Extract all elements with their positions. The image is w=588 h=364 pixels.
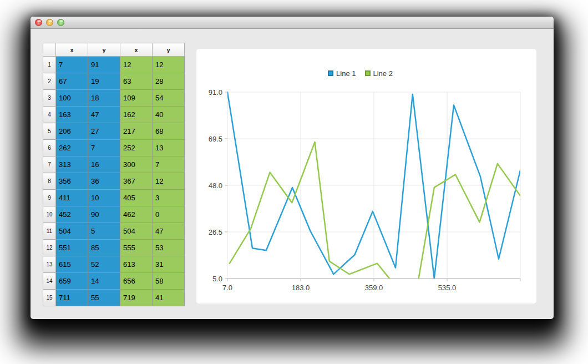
row-header[interactable]: 14 <box>43 273 56 290</box>
table-cell[interactable]: 28 <box>153 73 185 90</box>
table-cell[interactable]: 12 <box>153 173 185 190</box>
row-header[interactable]: 15 <box>43 290 56 306</box>
row-header[interactable]: 1 <box>43 57 56 73</box>
close-icon[interactable] <box>35 19 42 26</box>
row-header[interactable]: 9 <box>43 190 56 206</box>
table-cell[interactable]: 3 <box>153 190 185 206</box>
table-cell[interactable]: 67 <box>56 73 88 90</box>
table-cell[interactable]: 10 <box>88 190 120 206</box>
row-header[interactable]: 8 <box>43 173 56 190</box>
table-cell[interactable]: 16 <box>88 156 120 173</box>
table-cell[interactable]: 68 <box>153 123 185 140</box>
table-cell[interactable]: 555 <box>120 240 153 256</box>
table-cell[interactable]: 659 <box>56 273 88 290</box>
table-cell[interactable]: 367 <box>120 173 153 190</box>
table-corner-cell[interactable] <box>43 43 56 57</box>
table-cell[interactable]: 504 <box>120 223 153 240</box>
table-cell[interactable]: 206 <box>56 123 88 140</box>
column-header-x1[interactable]: x <box>56 43 88 57</box>
table-row: 31001810954 <box>43 90 185 107</box>
table-cell[interactable]: 18 <box>88 90 120 107</box>
column-header-y1[interactable]: y <box>88 43 120 57</box>
table-cell[interactable]: 13 <box>153 140 185 156</box>
row-header[interactable]: 3 <box>43 90 56 107</box>
table-cell[interactable]: 54 <box>153 90 185 107</box>
table-cell[interactable]: 12 <box>153 57 185 73</box>
table-cell[interactable]: 100 <box>56 90 88 107</box>
x-tick-label: 7.0 <box>222 284 232 292</box>
minimize-icon[interactable] <box>46 19 53 26</box>
table-cell[interactable]: 55 <box>88 290 120 306</box>
table-cell[interactable]: 47 <box>153 223 185 240</box>
table-cell[interactable]: 252 <box>120 140 153 156</box>
table-cell[interactable]: 551 <box>56 240 88 256</box>
table-cell[interactable]: 27 <box>88 123 120 140</box>
table-row: 52062721768 <box>43 123 185 140</box>
table-cell[interactable]: 711 <box>56 290 88 306</box>
row-header[interactable]: 6 <box>43 140 56 156</box>
row-header[interactable]: 4 <box>43 107 56 123</box>
table-cell[interactable]: 5 <box>88 223 120 240</box>
table-cell[interactable]: 7 <box>56 57 88 73</box>
table-cell[interactable]: 40 <box>153 107 185 123</box>
line-chart-svg: 7.0183.0359.0535.05.026.548.069.591.0 <box>196 49 536 304</box>
table-cell[interactable]: 452 <box>56 206 88 223</box>
table-cell[interactable]: 7 <box>153 156 185 173</box>
x-tick-label: 359.0 <box>365 284 383 292</box>
table-cell[interactable]: 36 <box>88 173 120 190</box>
table-cell[interactable]: 0 <box>153 206 185 223</box>
table-cell[interactable]: 19 <box>88 73 120 90</box>
table-row: 6262725213 <box>43 140 185 156</box>
table-cell[interactable]: 47 <box>88 107 120 123</box>
table-cell[interactable]: 91 <box>88 57 120 73</box>
column-header-y2[interactable]: y <box>153 43 185 57</box>
table-row: 17911212 <box>43 57 185 73</box>
table-cell[interactable]: 14 <box>88 273 120 290</box>
column-header-x2[interactable]: x <box>120 43 153 57</box>
legend-swatch-icon <box>328 70 333 76</box>
table-cell[interactable]: 356 <box>56 173 88 190</box>
table-cell[interactable]: 31 <box>153 256 185 273</box>
table-row: 83563636712 <box>43 173 185 190</box>
table-cell[interactable]: 300 <box>120 156 153 173</box>
row-header[interactable]: 13 <box>43 256 56 273</box>
row-header[interactable]: 10 <box>43 206 56 223</box>
table-cell[interactable]: 163 <box>56 107 88 123</box>
zoom-icon[interactable] <box>57 19 64 26</box>
table-cell[interactable]: 52 <box>88 256 120 273</box>
title-bar[interactable] <box>31 17 554 29</box>
table-cell[interactable]: 262 <box>56 140 88 156</box>
table-cell[interactable]: 85 <box>88 240 120 256</box>
table-row: 267196328 <box>43 73 185 90</box>
row-header[interactable]: 2 <box>43 73 56 90</box>
table-cell[interactable]: 162 <box>120 107 153 123</box>
table-cell[interactable]: 109 <box>120 90 153 107</box>
table-cell[interactable]: 462 <box>120 206 153 223</box>
row-header[interactable]: 12 <box>43 240 56 256</box>
table-row: 10452904620 <box>43 206 185 223</box>
app-window: x y x y 17911212267196328310018109544163… <box>31 17 554 319</box>
table-cell[interactable]: 90 <box>88 206 120 223</box>
table-cell[interactable]: 53 <box>153 240 185 256</box>
table-cell[interactable]: 613 <box>120 256 153 273</box>
table-cell[interactable]: 656 <box>120 273 153 290</box>
y-tick-label: 48.0 <box>209 181 222 190</box>
row-header[interactable]: 5 <box>43 123 56 140</box>
table-cell[interactable]: 7 <box>88 140 120 156</box>
table-cell[interactable]: 58 <box>153 273 185 290</box>
table-cell[interactable]: 63 <box>120 73 153 90</box>
table-cell[interactable]: 41 <box>153 290 185 306</box>
row-header[interactable]: 11 <box>43 223 56 240</box>
y-tick-label: 69.5 <box>209 135 222 143</box>
table-row: 136155261331 <box>43 256 185 273</box>
table-cell[interactable]: 411 <box>56 190 88 206</box>
table-cell[interactable]: 615 <box>56 256 88 273</box>
table-row: 41634716240 <box>43 107 185 123</box>
table-cell[interactable]: 313 <box>56 156 88 173</box>
table-cell[interactable]: 405 <box>120 190 153 206</box>
table-cell[interactable]: 504 <box>56 223 88 240</box>
table-cell[interactable]: 12 <box>120 57 153 73</box>
table-cell[interactable]: 719 <box>120 290 153 306</box>
table-cell[interactable]: 217 <box>120 123 153 140</box>
row-header[interactable]: 7 <box>43 156 56 173</box>
